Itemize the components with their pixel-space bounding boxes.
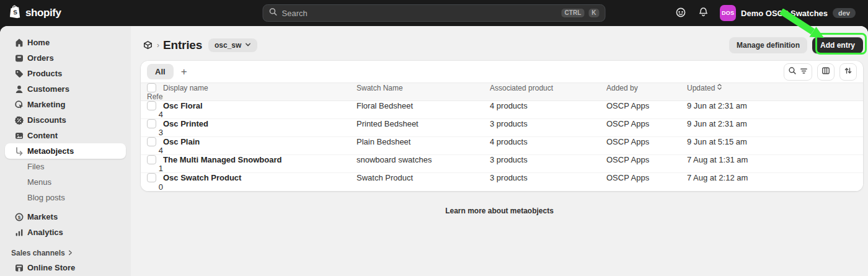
home-icon <box>14 38 24 48</box>
sidebar-item-menus[interactable]: Menus <box>5 174 126 190</box>
search-filter-button[interactable] <box>784 63 812 81</box>
cell-associated-product: 3 products <box>490 173 606 182</box>
add-entry-button[interactable]: Add entry <box>812 37 863 53</box>
sidebar-item-metaobjects[interactable]: Metaobjects <box>5 143 126 159</box>
cell-added-by: OSCP Apps <box>606 137 687 146</box>
column-header-display-name[interactable]: Display name <box>163 84 356 92</box>
cell-updated: 7 Aug at 2:12 am <box>687 173 800 182</box>
cell-references: 1 <box>147 164 163 173</box>
metaobject-cube-icon[interactable] <box>142 40 153 51</box>
cell-display-name[interactable]: Osc Floral <box>163 101 356 110</box>
sidebar-item-products[interactable]: Products <box>5 66 126 81</box>
table-row[interactable]: The Multi Managed Snowboard snowboard sw… <box>141 155 863 173</box>
add-view-button[interactable]: + <box>181 66 187 77</box>
cell-updated: 9 Jun at 5:15 am <box>687 137 800 146</box>
sidebar-item-analytics[interactable]: Analytics <box>5 225 126 240</box>
shopify-logo[interactable]: S shopify <box>9 4 61 22</box>
topbar: S shopify CTRL K DOS Demo OSCP Swatches … <box>0 0 868 26</box>
sidebar-item-label: Content <box>27 131 58 140</box>
sales-channels-section[interactable]: Sales channels <box>5 246 126 260</box>
row-checkbox[interactable] <box>147 137 156 146</box>
sidebar-item-orders[interactable]: Orders <box>5 50 126 66</box>
sidebar-item-label: Analytics <box>27 228 63 236</box>
cell-added-by: OSCP Apps <box>606 173 687 182</box>
cell-display-name[interactable]: The Multi Managed Snowboard <box>163 155 356 164</box>
sidebar-item-label: Marketing <box>27 100 65 109</box>
sidekick-button[interactable] <box>671 4 690 22</box>
cell-display-name[interactable]: Osc Printed <box>163 119 356 128</box>
cell-display-name[interactable]: Osc Swatch Product <box>163 173 356 182</box>
manage-definition-button[interactable]: Manage definition <box>729 37 807 53</box>
column-header-updated[interactable]: Updated <box>687 83 800 92</box>
cell-associated-product: 3 products <box>490 119 606 128</box>
cell-swatch-name: Plain Bedsheet <box>356 137 490 146</box>
sidebar-item-label: Customers <box>27 85 69 93</box>
sidebar-item-discounts[interactable]: Discounts <box>5 112 126 128</box>
orders-icon <box>14 53 24 63</box>
row-checkbox[interactable] <box>147 173 156 182</box>
columns-button[interactable] <box>817 63 835 81</box>
cell-references: 4 <box>147 110 163 119</box>
sidebar-item-home[interactable]: Home <box>5 35 126 50</box>
columns-icon <box>822 66 830 77</box>
sidebar-item-label: Orders <box>27 54 54 62</box>
shortcut-ctrl-key: CTRL <box>562 9 585 17</box>
row-checkbox[interactable] <box>147 101 156 110</box>
sort-button[interactable] <box>839 63 857 81</box>
sidebar-item-markets[interactable]: $ Markets <box>5 209 126 225</box>
definition-dropdown[interactable]: osc_sw <box>208 38 257 52</box>
cell-associated-product: 4 products <box>490 101 606 110</box>
global-search[interactable]: CTRL K <box>263 4 606 22</box>
sidebar-item-files[interactable]: Files <box>5 159 126 174</box>
svg-text:$: $ <box>18 215 21 220</box>
sidebar-item-label: Online Store <box>27 264 75 272</box>
row-checkbox[interactable] <box>147 119 156 128</box>
row-checkbox[interactable] <box>147 155 156 164</box>
cell-references: 3 <box>147 128 163 137</box>
cell-updated: 7 Aug at 1:31 am <box>687 155 800 164</box>
topbar-right: DOS Demo OSCP Swatches dev <box>671 2 859 24</box>
table-row[interactable]: Osc Floral Floral Bedsheet 4 products OS… <box>141 101 863 119</box>
table-row[interactable]: Osc Plain Plain Bedsheet 4 products OSCP… <box>141 137 863 155</box>
target-icon <box>14 100 24 110</box>
learn-more-link[interactable]: Learn more about metaobjects <box>445 207 554 215</box>
table-row[interactable]: Osc Printed Printed Bedsheet 3 products … <box>141 119 863 137</box>
column-header-associated-product[interactable]: Associated product <box>490 84 606 92</box>
bell-icon <box>698 7 709 19</box>
sidebar-item-marketing[interactable]: Marketing <box>5 97 126 112</box>
cell-updated: 9 Jun at 2:31 am <box>687 101 800 110</box>
entries-table-card: All + Display name <box>141 61 863 191</box>
sidebar-item-label: Files <box>27 162 44 171</box>
tab-all[interactable]: All <box>147 64 174 79</box>
chevron-right-icon <box>68 249 73 257</box>
search-icon <box>269 7 278 19</box>
table-row[interactable]: Osc Swatch Product Swatch Product 3 prod… <box>141 173 863 191</box>
cell-display-name[interactable]: Osc Plain <box>163 137 356 146</box>
sidebar-item-label: Discounts <box>27 116 66 124</box>
svg-text:S: S <box>13 9 17 16</box>
search-input[interactable] <box>282 9 557 18</box>
sidebar-item-content[interactable]: Content <box>5 128 126 143</box>
sidekick-icon <box>675 7 686 20</box>
bar-chart-icon <box>14 228 24 238</box>
cell-swatch-name: snowboard swatches <box>356 155 490 164</box>
card-footer: Learn more about metaobjects <box>131 205 868 216</box>
column-header-added-by[interactable]: Added by <box>606 84 687 92</box>
table-tools <box>784 63 857 81</box>
sidebar-item-blog-posts[interactable]: Blog posts <box>5 190 126 205</box>
sort-carets-icon <box>717 83 722 92</box>
sidebar-item-online-store[interactable]: Online Store <box>5 260 126 275</box>
env-badge: dev <box>833 8 856 18</box>
column-header-references[interactable]: References <box>147 92 163 101</box>
sales-channels-label: Sales channels <box>11 249 65 257</box>
sidebar-item-customers[interactable]: Customers <box>5 81 126 97</box>
cell-associated-product: 3 products <box>490 155 606 164</box>
notifications-button[interactable] <box>694 4 712 22</box>
cell-added-by: OSCP Apps <box>606 155 687 164</box>
sidebar-item-label: Metaobjects <box>27 147 74 155</box>
storefront-icon <box>14 263 24 273</box>
select-all-checkbox[interactable] <box>147 83 156 92</box>
chevron-down-icon <box>245 41 251 50</box>
column-header-swatch-name[interactable]: Swatch Name <box>356 84 490 92</box>
store-menu[interactable]: DOS Demo OSCP Swatches dev <box>716 2 859 24</box>
